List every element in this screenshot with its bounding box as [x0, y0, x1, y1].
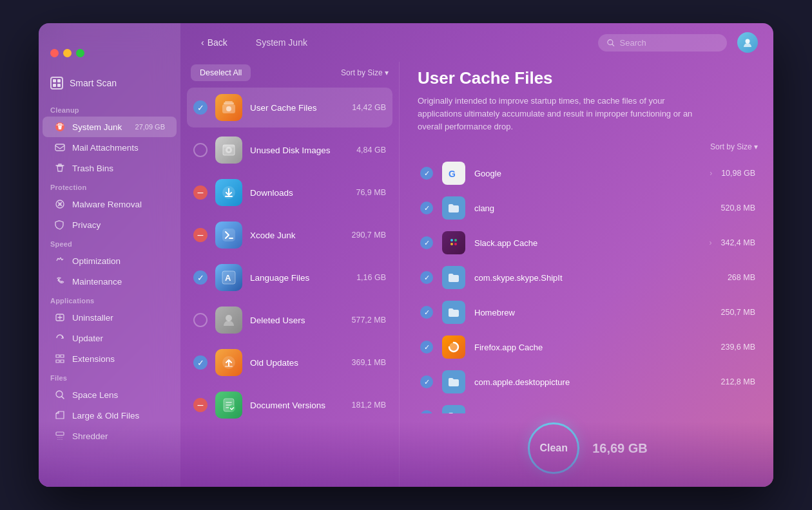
detail-item[interactable]: ✓ com.tinyspeck.slackmacgap.ShipIt 209,4… [418, 400, 758, 413]
detail-item-check: ✓ [420, 271, 433, 284]
svg-rect-15 [56, 432, 64, 435]
list-item[interactable]: Deleted Users 577,2 MB [187, 300, 392, 340]
disk-icon [215, 137, 242, 164]
list-item-check: ✓ [193, 100, 208, 115]
list-item[interactable]: – Xcode Junk 290,7 MB [187, 215, 392, 255]
trash-bins-label: Trash Bins [72, 164, 113, 173]
svg-point-17 [746, 39, 750, 44]
minimize-traffic-light[interactable] [63, 49, 72, 57]
sidebar-item-mail-attachments[interactable]: Mail Attachments [43, 137, 177, 158]
sidebar-item-privacy[interactable]: Privacy [43, 214, 177, 235]
privacy-label: Privacy [72, 220, 101, 230]
maintenance-label: Maintenance [72, 277, 122, 287]
svg-text:A: A [225, 273, 231, 283]
detail-item[interactable]: ✓ com.apple.desktoppicture 212,8 MB [418, 365, 758, 399]
fullscreen-traffic-light[interactable] [76, 49, 84, 57]
close-traffic-light[interactable] [50, 49, 59, 57]
list-item[interactable]: ✓ Old Updates 369,1 MB [187, 343, 392, 382]
detail-item-name: Slack.app Cache [474, 238, 700, 248]
clean-button[interactable]: Clean [528, 422, 579, 474]
list-item-check: – [193, 228, 208, 242]
sidebar-item-uninstaller[interactable]: Uninstaller [43, 307, 177, 328]
sidebar-item-shredder[interactable]: Shredder [43, 426, 177, 446]
list-item-name: Old Updates [250, 358, 343, 368]
space-lens-label: Space Lens [72, 390, 118, 400]
svg-rect-2 [53, 84, 56, 87]
topbar: ‹ Back System Junk [180, 23, 773, 62]
maintenance-icon [54, 276, 66, 287]
detail-item[interactable]: ✓ com.skype.skype.ShipIt 268 MB [418, 261, 758, 294]
slack-icon [442, 231, 465, 254]
list-item-check [193, 143, 208, 157]
google-icon: G [442, 162, 465, 185]
shredder-label: Shredder [72, 431, 108, 441]
sidebar-item-trash-bins[interactable]: Trash Bins [43, 158, 177, 178]
sidebar-section-protection: Protection [39, 178, 180, 194]
shredder-icon [54, 430, 66, 442]
svg-rect-3 [57, 84, 61, 87]
list-item-check: ✓ [193, 355, 208, 370]
xcode-icon [215, 222, 242, 249]
sidebar-item-optimization[interactable]: Optimization [43, 250, 177, 271]
user-avatar[interactable] [737, 32, 758, 53]
list-item[interactable]: Unused Disk Images 4,84 GB [187, 130, 392, 170]
space-lens-icon [54, 389, 66, 401]
detail-item-size: 268 MB [728, 273, 755, 282]
sidebar-item-malware-removal[interactable]: Malware Removal [43, 194, 177, 214]
search-input[interactable] [620, 38, 718, 48]
list-item-name: User Cache Files [250, 103, 344, 113]
detail-item[interactable]: ✓ G Google › 10,98 GB [418, 156, 758, 190]
detail-item-size: 250,7 MB [720, 308, 755, 317]
system-junk-badge: 27,09 GB [135, 123, 165, 131]
downloads-icon [215, 179, 242, 206]
svg-point-36 [454, 239, 457, 241]
search-bar[interactable] [598, 34, 727, 52]
sidebar-item-large-old-files[interactable]: Large & Old Files [43, 405, 177, 426]
detail-item-check: ✓ [420, 306, 433, 319]
uninstaller-label: Uninstaller [72, 313, 113, 323]
list-sort-button[interactable]: Sort by Size ▾ [341, 68, 389, 77]
sidebar-item-system-junk[interactable]: System Junk 27,09 GB [43, 117, 177, 137]
detail-title: User Cache Files [418, 68, 758, 88]
deselect-all-button[interactable]: Deselect All [191, 64, 251, 81]
firefox-icon [442, 335, 465, 359]
detail-sort-button[interactable]: Sort by Size ▾ [418, 142, 758, 151]
malware-icon [54, 198, 66, 210]
list-item[interactable]: ✓ A Language Files 1,16 GB [187, 258, 392, 298]
detail-item[interactable]: ✓ Homebrew 250,7 MB [418, 296, 758, 329]
privacy-icon [54, 219, 66, 231]
svg-rect-19 [224, 102, 234, 104]
folder-icon [442, 405, 465, 413]
svg-rect-1 [57, 79, 61, 82]
sidebar-item-updater[interactable]: Updater [43, 328, 177, 348]
detail-item[interactable]: ✓ Slack.app Cache › 342,4 MB [418, 226, 758, 260]
detail-item-name: com.skype.skype.ShipIt [474, 273, 719, 283]
list-item-check: ✓ [193, 270, 208, 285]
large-old-files-label: Large & Old Files [72, 411, 139, 420]
detail-item[interactable]: ✓ Firefox.app Cache 239,6 MB [418, 330, 758, 364]
sidebar-section-speed: Speed [39, 235, 180, 250]
sidebar-item-space-lens[interactable]: Space Lens [43, 384, 177, 405]
svg-rect-20 [225, 101, 233, 102]
list-item[interactable]: ✓ User Cache Files 14,42 GB [187, 88, 392, 128]
system-junk-icon [54, 121, 66, 133]
folder-icon [442, 301, 465, 324]
app-window: Smart Scan Cleanup System Junk 27,09 GB [39, 23, 773, 487]
clean-button-area: Clean 16,69 GB [418, 413, 758, 474]
list-item-size: 181,2 MB [351, 401, 386, 410]
sidebar-item-extensions[interactable]: Extensions [43, 348, 177, 369]
back-button[interactable]: ‹ Back [196, 35, 233, 50]
list-item-size: 290,7 MB [351, 231, 386, 240]
list-item-name: Unused Disk Images [250, 146, 349, 155]
detail-item[interactable]: ✓ clang 520,8 MB [418, 191, 758, 225]
list-item[interactable]: – Document Versions 181,2 MB [187, 385, 392, 425]
list-item-name: Document Versions [250, 401, 343, 410]
sidebar-item-maintenance[interactable]: Maintenance [43, 271, 177, 292]
list-item[interactable]: – Downloads 76,9 MB [187, 173, 392, 212]
back-chevron-icon: ‹ [201, 37, 204, 48]
language-icon: A [215, 264, 242, 291]
sidebar-item-smart-scan[interactable]: Smart Scan [39, 71, 180, 95]
detail-item-name: Firefox.app Cache [474, 343, 711, 352]
detail-item-size: 342,4 MB [720, 238, 755, 247]
list-item-size: 76,9 MB [356, 188, 386, 197]
